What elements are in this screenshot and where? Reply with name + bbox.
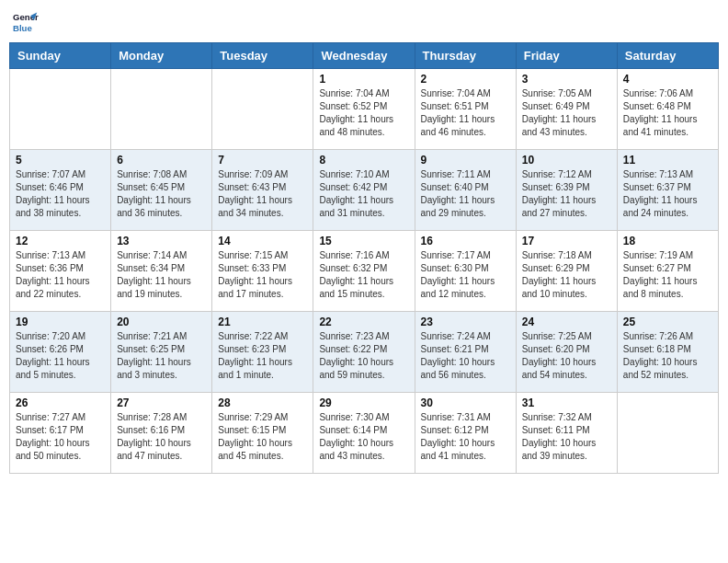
calendar-cell: 24Sunrise: 7:25 AM Sunset: 6:20 PM Dayli… — [516, 312, 617, 393]
day-number: 25 — [623, 316, 712, 328]
day-info: Sunrise: 7:18 AM Sunset: 6:29 PM Dayligh… — [522, 249, 611, 301]
day-info: Sunrise: 7:25 AM Sunset: 6:20 PM Dayligh… — [522, 330, 611, 382]
calendar-cell: 18Sunrise: 7:19 AM Sunset: 6:27 PM Dayli… — [617, 231, 718, 312]
day-info: Sunrise: 7:20 AM Sunset: 6:26 PM Dayligh… — [16, 330, 105, 382]
day-number: 21 — [218, 316, 307, 328]
day-info: Sunrise: 7:16 AM Sunset: 6:32 PM Dayligh… — [319, 249, 408, 301]
calendar-cell: 3Sunrise: 7:05 AM Sunset: 6:49 PM Daylig… — [516, 69, 617, 150]
calendar-cell: 10Sunrise: 7:12 AM Sunset: 6:39 PM Dayli… — [516, 150, 617, 231]
day-info: Sunrise: 7:32 AM Sunset: 6:11 PM Dayligh… — [522, 411, 611, 463]
calendar-cell — [212, 69, 313, 150]
calendar-cell: 13Sunrise: 7:14 AM Sunset: 6:34 PM Dayli… — [111, 231, 212, 312]
weekday-header-sunday: Sunday — [10, 43, 111, 69]
calendar-cell: 8Sunrise: 7:10 AM Sunset: 6:42 PM Daylig… — [313, 150, 415, 231]
calendar-cell: 30Sunrise: 7:31 AM Sunset: 6:12 PM Dayli… — [415, 393, 516, 474]
day-number: 7 — [218, 154, 307, 167]
calendar-cell: 11Sunrise: 7:13 AM Sunset: 6:37 PM Dayli… — [617, 150, 718, 231]
calendar-cell: 5Sunrise: 7:07 AM Sunset: 6:46 PM Daylig… — [10, 150, 111, 231]
day-number: 11 — [623, 154, 712, 167]
day-info: Sunrise: 7:23 AM Sunset: 6:22 PM Dayligh… — [319, 330, 408, 382]
calendar-cell: 19Sunrise: 7:20 AM Sunset: 6:26 PM Dayli… — [10, 312, 111, 393]
day-number: 28 — [218, 396, 307, 409]
svg-text:Blue: Blue — [13, 23, 32, 33]
day-info: Sunrise: 7:08 AM Sunset: 6:45 PM Dayligh… — [117, 168, 206, 220]
day-number: 15 — [319, 235, 408, 247]
calendar-cell: 6Sunrise: 7:08 AM Sunset: 6:45 PM Daylig… — [111, 150, 212, 231]
calendar-cell: 9Sunrise: 7:11 AM Sunset: 6:40 PM Daylig… — [415, 150, 516, 231]
day-number: 2 — [421, 73, 510, 86]
day-info: Sunrise: 7:17 AM Sunset: 6:30 PM Dayligh… — [421, 249, 510, 301]
day-number: 16 — [421, 235, 510, 247]
calendar-cell: 14Sunrise: 7:15 AM Sunset: 6:33 PM Dayli… — [212, 231, 313, 312]
day-info: Sunrise: 7:29 AM Sunset: 6:15 PM Dayligh… — [218, 411, 307, 463]
day-info: Sunrise: 7:04 AM Sunset: 6:51 PM Dayligh… — [421, 87, 510, 139]
day-info: Sunrise: 7:19 AM Sunset: 6:27 PM Dayligh… — [623, 249, 712, 301]
day-info: Sunrise: 7:12 AM Sunset: 6:39 PM Dayligh… — [522, 168, 611, 220]
day-info: Sunrise: 7:13 AM Sunset: 6:36 PM Dayligh… — [16, 249, 105, 301]
calendar-cell: 31Sunrise: 7:32 AM Sunset: 6:11 PM Dayli… — [516, 393, 617, 474]
calendar-week-row: 26Sunrise: 7:27 AM Sunset: 6:17 PM Dayli… — [10, 393, 719, 474]
calendar-cell: 12Sunrise: 7:13 AM Sunset: 6:36 PM Dayli… — [10, 231, 111, 312]
logo: General Blue — [13, 9, 42, 35]
day-number: 14 — [218, 235, 307, 247]
day-info: Sunrise: 7:11 AM Sunset: 6:40 PM Dayligh… — [421, 168, 510, 220]
day-info: Sunrise: 7:27 AM Sunset: 6:17 PM Dayligh… — [16, 411, 105, 463]
day-info: Sunrise: 7:30 AM Sunset: 6:14 PM Dayligh… — [319, 411, 408, 463]
day-number: 23 — [421, 316, 510, 328]
calendar-cell: 17Sunrise: 7:18 AM Sunset: 6:29 PM Dayli… — [516, 231, 617, 312]
day-info: Sunrise: 7:14 AM Sunset: 6:34 PM Dayligh… — [117, 249, 206, 301]
weekday-header-tuesday: Tuesday — [212, 43, 313, 69]
day-number: 26 — [16, 396, 105, 409]
day-number: 30 — [421, 396, 510, 409]
day-number: 12 — [16, 235, 105, 247]
calendar-cell — [10, 69, 111, 150]
weekday-header-saturday: Saturday — [617, 43, 718, 69]
day-info: Sunrise: 7:21 AM Sunset: 6:25 PM Dayligh… — [117, 330, 206, 382]
day-number: 22 — [319, 316, 408, 328]
calendar-week-row: 19Sunrise: 7:20 AM Sunset: 6:26 PM Dayli… — [10, 312, 719, 393]
calendar-cell: 21Sunrise: 7:22 AM Sunset: 6:23 PM Dayli… — [212, 312, 313, 393]
day-number: 18 — [623, 235, 712, 247]
day-number: 17 — [522, 235, 611, 247]
calendar-week-row: 1Sunrise: 7:04 AM Sunset: 6:52 PM Daylig… — [10, 69, 719, 150]
day-number: 4 — [623, 73, 712, 86]
day-number: 8 — [319, 154, 408, 167]
day-number: 3 — [522, 73, 611, 86]
calendar-cell: 27Sunrise: 7:28 AM Sunset: 6:16 PM Dayli… — [111, 393, 212, 474]
day-info: Sunrise: 7:10 AM Sunset: 6:42 PM Dayligh… — [319, 168, 408, 220]
day-number: 27 — [117, 396, 206, 409]
day-info: Sunrise: 7:28 AM Sunset: 6:16 PM Dayligh… — [117, 411, 206, 463]
weekday-header-wednesday: Wednesday — [313, 43, 415, 69]
calendar-cell: 15Sunrise: 7:16 AM Sunset: 6:32 PM Dayli… — [313, 231, 415, 312]
day-number: 5 — [16, 154, 105, 167]
calendar-cell: 25Sunrise: 7:26 AM Sunset: 6:18 PM Dayli… — [617, 312, 718, 393]
calendar-cell — [617, 393, 718, 474]
calendar-cell: 1Sunrise: 7:04 AM Sunset: 6:52 PM Daylig… — [313, 69, 415, 150]
day-info: Sunrise: 7:31 AM Sunset: 6:12 PM Dayligh… — [421, 411, 510, 463]
day-info: Sunrise: 7:04 AM Sunset: 6:52 PM Dayligh… — [319, 87, 408, 139]
calendar-week-row: 12Sunrise: 7:13 AM Sunset: 6:36 PM Dayli… — [10, 231, 719, 312]
calendar-cell: 23Sunrise: 7:24 AM Sunset: 6:21 PM Dayli… — [415, 312, 516, 393]
day-number: 19 — [16, 316, 105, 328]
weekday-header-monday: Monday — [111, 43, 212, 69]
calendar-cell: 4Sunrise: 7:06 AM Sunset: 6:48 PM Daylig… — [617, 69, 718, 150]
day-number: 9 — [421, 154, 510, 167]
calendar-cell: 20Sunrise: 7:21 AM Sunset: 6:25 PM Dayli… — [111, 312, 212, 393]
day-info: Sunrise: 7:06 AM Sunset: 6:48 PM Dayligh… — [623, 87, 712, 139]
calendar-cell: 26Sunrise: 7:27 AM Sunset: 6:17 PM Dayli… — [10, 393, 111, 474]
day-number: 6 — [117, 154, 206, 167]
day-info: Sunrise: 7:07 AM Sunset: 6:46 PM Dayligh… — [16, 168, 105, 220]
calendar-table: SundayMondayTuesdayWednesdayThursdayFrid… — [9, 42, 719, 474]
day-number: 24 — [522, 316, 611, 328]
page-header: General Blue — [9, 9, 719, 35]
weekday-header-thursday: Thursday — [415, 43, 516, 69]
day-info: Sunrise: 7:24 AM Sunset: 6:21 PM Dayligh… — [421, 330, 510, 382]
day-info: Sunrise: 7:13 AM Sunset: 6:37 PM Dayligh… — [623, 168, 712, 220]
day-number: 20 — [117, 316, 206, 328]
day-info: Sunrise: 7:05 AM Sunset: 6:49 PM Dayligh… — [522, 87, 611, 139]
calendar-cell: 29Sunrise: 7:30 AM Sunset: 6:14 PM Dayli… — [313, 393, 415, 474]
day-number: 13 — [117, 235, 206, 247]
logo-icon: General Blue — [13, 9, 39, 35]
weekday-header-friday: Friday — [516, 43, 617, 69]
calendar-cell: 16Sunrise: 7:17 AM Sunset: 6:30 PM Dayli… — [415, 231, 516, 312]
